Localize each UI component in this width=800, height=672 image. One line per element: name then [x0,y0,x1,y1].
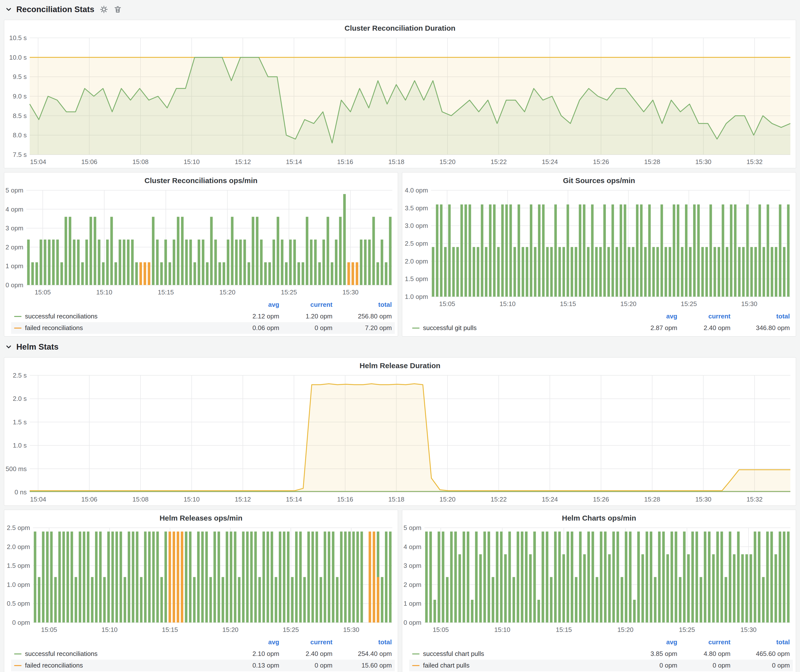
legend-header-total[interactable]: total [733,310,793,322]
chart-cluster-reconciliation-duration[interactable]: 7.5 s8.0 s8.5 s9.0 s9.5 s10.0 s10.5 s15:… [4,34,796,168]
legend-series-label[interactable]: successful chart pulls [409,648,627,660]
svg-text:5 opm: 5 opm [403,524,421,531]
legend-header-avg[interactable]: avg [627,310,680,322]
legend-series-label[interactable]: failed reconciliations [11,660,229,671]
panel-cluster-ops: Cluster Reconciliations ops/min 0 opm1 o… [4,172,398,336]
chart-helm-charts-opm[interactable]: 0 opm1 opm2 opm3 opm4 opm5 opm15:0515:10… [402,524,796,636]
section-header-helm[interactable]: Helm Stats [4,341,796,353]
svg-text:15:30: 15:30 [741,626,757,634]
legend-series-label[interactable]: successful reconciliations [11,310,229,322]
panel-title-cluster-duration[interactable]: Cluster Reconciliation Duration [4,20,796,34]
legend-value: 2.40 opm [680,322,733,334]
panel-title-git-sources[interactable]: Git Sources ops/min [402,173,796,186]
legend-spacer [11,303,229,307]
panel-git-sources: Git Sources ops/min 1.0 opm1.5 opm2.0 op… [402,172,796,336]
svg-text:15:20: 15:20 [439,496,455,503]
svg-text:15:20: 15:20 [219,288,235,296]
svg-text:15:12: 15:12 [235,496,251,503]
legend-value: 465.60 opm [733,648,793,660]
chart-cluster-reconciliations-opm[interactable]: 0 opm1 opm2 opm3 opm4 opm5 opm15:0515:10… [4,186,398,298]
svg-text:15:14: 15:14 [286,496,302,503]
legend-row: successful reconciliations2.10 opm2.40 o… [11,648,395,660]
svg-text:15:30: 15:30 [343,626,359,634]
gear-icon[interactable] [100,5,108,14]
svg-text:15:16: 15:16 [337,496,353,503]
svg-text:2.5 opm: 2.5 opm [7,524,30,531]
svg-text:2.5 s: 2.5 s [13,372,27,379]
legend-series-label[interactable]: failed chart pulls [409,660,627,671]
svg-text:8.5 s: 8.5 s [13,112,27,120]
legend-header-current[interactable]: current [680,310,733,322]
svg-text:15:22: 15:22 [491,158,507,166]
svg-text:15:18: 15:18 [388,496,405,503]
legend-header-total[interactable]: total [336,636,395,648]
legend-spacer [409,640,627,644]
svg-text:15:25: 15:25 [283,626,299,634]
svg-text:3.0 opm: 3.0 opm [405,222,428,229]
svg-text:9.5 s: 9.5 s [13,73,27,80]
legend-value: 2.87 opm [627,322,680,334]
trash-icon[interactable] [114,5,122,14]
legend-header-total[interactable]: total [733,636,793,648]
svg-text:4.0 opm: 4.0 opm [405,187,428,194]
legend-value: 1.20 opm [282,310,336,322]
section-title-helm[interactable]: Helm Stats [16,342,59,352]
svg-text:1.5 s: 1.5 s [13,418,27,426]
section-header-reconciliation[interactable]: Reconciliation Stats [4,3,796,16]
legend-header-current[interactable]: current [282,636,336,648]
legend-git-sources: avgcurrenttotalsuccessful git pulls2.87 … [402,310,796,336]
svg-text:15:10: 15:10 [499,300,515,307]
legend-value: 0 opm [627,660,680,671]
svg-text:3 opm: 3 opm [5,224,23,232]
svg-text:15:20: 15:20 [618,626,634,634]
svg-text:15:28: 15:28 [644,158,660,166]
svg-text:4 opm: 4 opm [403,543,421,550]
chart-git-sources-opm[interactable]: 1.0 opm1.5 opm2.0 opm2.5 opm3.0 opm3.5 o… [402,186,796,310]
legend-header-current[interactable]: current [680,636,733,648]
svg-text:9.0 s: 9.0 s [13,93,27,100]
svg-text:5 opm: 5 opm [5,187,23,194]
svg-text:15:10: 15:10 [494,626,510,634]
chart-helm-releases-opm[interactable]: 0 opm0.5 opm1.0 opm1.5 opm2.0 opm2.5 opm… [4,524,398,636]
legend-header-avg[interactable]: avg [627,636,680,648]
panel-title-cluster-ops[interactable]: Cluster Reconciliations ops/min [4,173,398,186]
legend-header-current[interactable]: current [282,299,336,310]
svg-text:15:05: 15:05 [41,626,57,634]
legend-value: 256.80 opm [336,310,395,322]
svg-text:15:25: 15:25 [681,300,697,307]
svg-text:15:04: 15:04 [30,496,46,503]
panel-title-helm-releases[interactable]: Helm Releases ops/min [4,510,398,524]
svg-text:15:24: 15:24 [542,158,558,166]
legend-series-label[interactable]: successful reconciliations [11,648,229,660]
svg-text:15:32: 15:32 [747,496,763,503]
svg-text:15:15: 15:15 [158,288,174,296]
legend-header-avg[interactable]: avg [229,636,282,648]
svg-text:3.5 opm: 3.5 opm [405,204,428,212]
series-color-dash [14,665,21,666]
svg-text:15:20: 15:20 [222,626,238,634]
svg-text:1.0 opm: 1.0 opm [405,293,428,300]
legend-spacer [11,640,229,644]
legend-series-label[interactable]: successful git pulls [409,322,627,334]
legend-series-label[interactable]: failed reconciliations [11,322,229,334]
svg-text:15:05: 15:05 [439,300,455,307]
series-color-dash [412,653,419,654]
legend-value: 15.60 opm [336,660,395,671]
svg-text:0 opm: 0 opm [5,281,23,289]
svg-text:15:30: 15:30 [741,300,757,307]
chart-helm-release-duration[interactable]: 0 ns500 ms1.0 s1.5 s2.0 s2.5 s15:0415:06… [4,371,796,506]
svg-text:0 opm: 0 opm [403,619,421,626]
panel-title-helm-duration[interactable]: Helm Release Duration [4,358,796,371]
legend-header-total[interactable]: total [336,299,395,310]
svg-text:1.0 s: 1.0 s [13,442,27,449]
legend-header-avg[interactable]: avg [229,299,282,310]
legend-value: 2.12 opm [229,310,282,322]
plot-area: 0 ns500 ms1.0 s1.5 s2.0 s2.5 s15:0415:06… [4,371,796,506]
series-color-dash [412,665,419,666]
panel-title-helm-charts[interactable]: Helm Charts ops/min [402,510,796,524]
svg-text:15:10: 15:10 [96,288,112,296]
legend-value: 0.13 opm [229,660,282,671]
legend-value: 3.85 opm [627,648,680,660]
legend-cluster-ops: avgcurrenttotalsuccessful reconciliation… [4,298,398,336]
section-title-reconciliation[interactable]: Reconciliation Stats [16,5,94,14]
